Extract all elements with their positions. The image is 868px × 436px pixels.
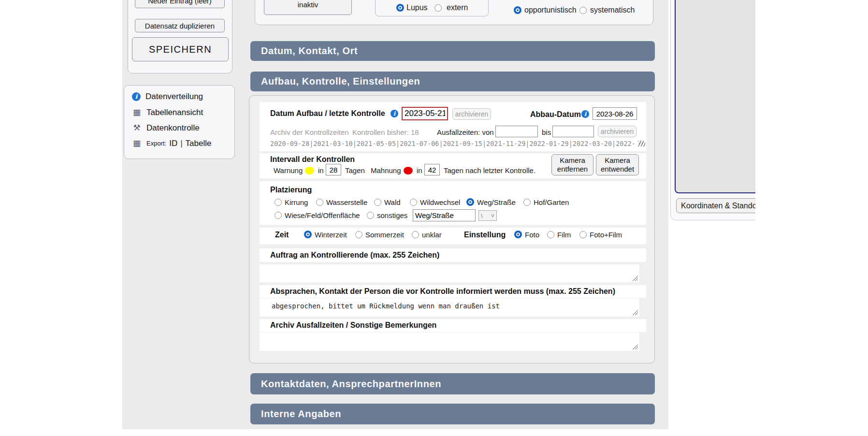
radio-winterzeit-label: Winterzeit xyxy=(315,231,347,239)
inaktiv-label: inaktiv xyxy=(298,0,318,9)
radio-opportunistisch[interactable] xyxy=(514,6,521,14)
clip-overlay xyxy=(755,0,868,436)
kamera-entwendet-label: Kamera entwendet xyxy=(597,156,637,174)
resize-grip-icon[interactable] xyxy=(632,310,638,315)
radio-sonstiges-label: sonstiges xyxy=(377,211,407,219)
kamera-entwendet-button[interactable]: Kamera entwendet xyxy=(596,154,639,175)
export-separator: | xyxy=(180,139,182,148)
section-title: Datum, Kontakt, Ort xyxy=(261,45,358,57)
ausfall-von-input[interactable] xyxy=(495,126,538,137)
export-prefix: Export: xyxy=(146,140,166,147)
absprachen-textarea[interactable]: abgesprochen, bittet um Rückmeldung wenn… xyxy=(260,298,639,317)
radio-extern-label: extern xyxy=(447,3,468,12)
radio-wildwechsel[interactable] xyxy=(410,199,417,206)
save-button[interactable]: SPEICHERN xyxy=(132,37,229,61)
radio-opportunistisch-label: opportunistisch xyxy=(524,6,577,15)
radio-wald[interactable] xyxy=(374,199,381,206)
ausfall-bis-input[interactable] xyxy=(552,126,594,137)
archivieren-button[interactable]: archivieren xyxy=(452,108,491,120)
menu-item-datenverteilung[interactable]: i Datenverteilung xyxy=(132,92,203,102)
radio-film[interactable] xyxy=(547,231,554,238)
radio-wald-label: Wald xyxy=(384,198,401,206)
menu-item-datenkontrolle[interactable]: ⚒ Datenkontrolle xyxy=(132,123,200,133)
radio-kirrung[interactable] xyxy=(275,199,282,206)
bis-label: bis xyxy=(542,128,551,136)
radio-foto-film[interactable] xyxy=(579,231,587,238)
abbau-date-input[interactable] xyxy=(593,107,637,120)
tagen-label: Tagen xyxy=(345,166,365,174)
abbau-date-label: Abbau-Datum xyxy=(530,110,581,119)
new-entry-label: Neuer Eintrag (leer) xyxy=(148,0,212,5)
section-bar-kontaktdaten[interactable]: Kontaktdaten, AnsprechpartnerInnen xyxy=(250,373,655,394)
radio-wildwechsel-label: Wildwechsel xyxy=(420,198,460,206)
ausfallzeiten-von-label: Ausfallzeiten: von xyxy=(437,128,494,136)
radio-unklar[interactable] xyxy=(412,231,419,238)
toolbar-panel: Neuer Eintrag (leer) Datensatz duplizier… xyxy=(128,0,232,73)
aufbau-date-label: Datum Aufbau / letzte Kontrolle xyxy=(270,109,385,118)
kontroll-history-text: 2020-09-28|2021-03-10|2021-05-05|2021-07… xyxy=(270,140,636,147)
new-entry-button[interactable]: Neuer Eintrag (leer) xyxy=(135,0,225,8)
mahnung-tage-input[interactable] xyxy=(424,164,440,175)
radio-sonstiges[interactable] xyxy=(367,212,374,219)
radio-lupus[interactable] xyxy=(396,4,404,12)
radio-winterzeit[interactable] xyxy=(304,231,312,238)
table-icon: ▦ xyxy=(132,107,142,117)
sonstiges-input[interactable] xyxy=(413,209,476,221)
kontroll-history: 2020-09-28|2021-03-10|2021-05-05|2021-07… xyxy=(270,140,645,147)
menu-item-export[interactable]: ▦ Export: ID | Tabelle xyxy=(132,138,211,148)
zeit-label: Zeit xyxy=(275,231,289,239)
table-icon: ▦ xyxy=(132,138,142,148)
menu-label: Datenkontrolle xyxy=(146,123,200,133)
history-overflow-icon xyxy=(638,141,645,146)
radio-foto-film-label: Foto+Film xyxy=(590,231,622,239)
radio-foto[interactable] xyxy=(514,231,522,238)
radio-wasserstelle[interactable] xyxy=(316,199,323,206)
radio-weg-strasse[interactable] xyxy=(466,198,474,206)
warnung-tage-input[interactable] xyxy=(326,164,341,175)
intervall-title: Intervall der Kontrollen xyxy=(270,155,355,164)
export-id-link[interactable]: ID xyxy=(169,139,177,148)
archiv-bemerkungen-textarea[interactable] xyxy=(260,333,639,351)
duplicate-record-label: Datensatz duplizieren xyxy=(145,22,215,30)
mahnung-label: Mahnung xyxy=(371,166,401,174)
radio-extern[interactable] xyxy=(434,4,442,12)
in-label: in xyxy=(417,166,422,174)
archivieren-button-2[interactable]: archivieren xyxy=(598,126,637,137)
archivieren-label: archivieren xyxy=(455,110,488,118)
radio-sommerzeit[interactable] xyxy=(355,231,362,238)
radio-wiese-feld[interactable] xyxy=(275,212,282,219)
duplicate-record-button[interactable]: Datensatz duplizieren xyxy=(135,19,225,32)
status-panel: inaktiv Lupus extern opportunistisch sys… xyxy=(255,0,653,25)
mahnung-red-dot-icon xyxy=(404,167,413,174)
in-label: in xyxy=(318,166,324,174)
aufbau-date-input[interactable] xyxy=(402,107,448,120)
kamera-entfernen-button[interactable]: Kamera entfernen xyxy=(551,154,593,175)
info-icon[interactable] xyxy=(391,110,398,117)
radio-systematisch[interactable] xyxy=(579,7,587,14)
radio-weg-strasse-label: Weg/Straße xyxy=(477,198,516,206)
resize-grip-icon[interactable] xyxy=(632,276,638,281)
menu-panel: i Datenverteilung ▦ Tabellenansicht ⚒ Da… xyxy=(124,85,235,159)
app-canvas: Neuer Eintrag (leer) Datensatz duplizier… xyxy=(0,0,868,436)
auftrag-textarea[interactable] xyxy=(260,264,639,282)
menu-item-tabellenansicht[interactable]: ▦ Tabellenansicht xyxy=(132,107,203,117)
resize-grip-icon[interactable] xyxy=(632,344,638,349)
einstellung-label: Einstellung xyxy=(464,231,506,239)
archiv-kontrollzeiten-link[interactable]: Archiv der Kontrollzeiten xyxy=(270,128,349,136)
section-bar-aufbau-kontrolle[interactable]: Aufbau, Kontrolle, Einstellungen xyxy=(250,72,655,91)
section-bar-datum-kontakt-ort[interactable]: Datum, Kontakt, Ort xyxy=(250,41,655,61)
radio-hof-garten[interactable] xyxy=(523,199,531,206)
section-bar-interne-angaben[interactable]: Interne Angaben xyxy=(250,404,655,424)
menu-label: Tabellenansicht xyxy=(146,108,203,117)
info-icon: i xyxy=(132,92,141,101)
kamera-entfernen-label: Kamera entfernen xyxy=(553,156,592,174)
platzierung-select[interactable]: \ ˅ xyxy=(478,210,497,221)
radio-kirrung-label: Kirrung xyxy=(285,198,308,206)
inaktiv-button[interactable]: inaktiv xyxy=(264,0,352,15)
koordinaten-label: Koordinaten & Stando xyxy=(681,202,757,210)
absprachen-label: Absprachen, Kontakt der Person die vor K… xyxy=(270,287,615,296)
radio-systematisch-label: systematisch xyxy=(590,6,635,15)
info-icon[interactable] xyxy=(581,110,589,118)
export-table-link[interactable]: Tabelle xyxy=(186,139,212,148)
section-title: Aufbau, Kontrolle, Einstellungen xyxy=(261,76,420,87)
